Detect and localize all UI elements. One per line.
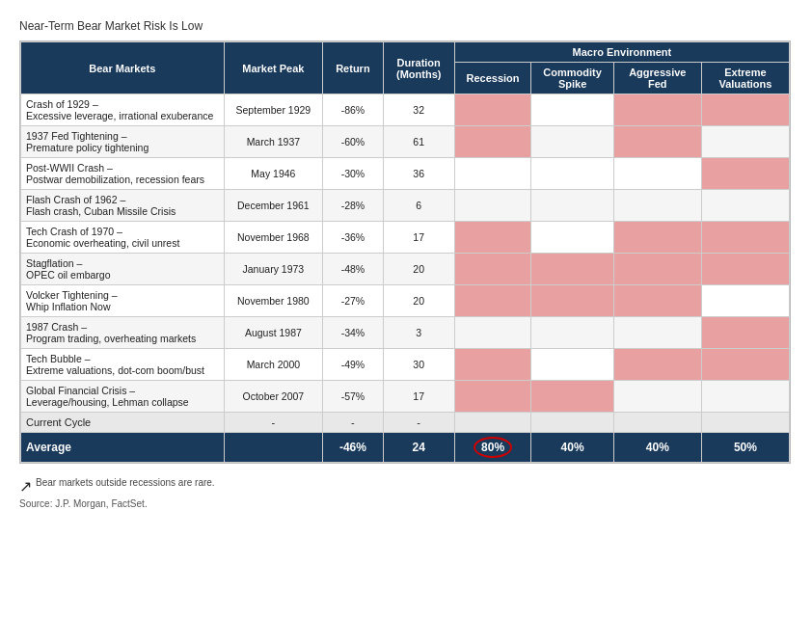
- footnote-text: Bear markets outside recessions are rare…: [36, 477, 215, 488]
- cell-extreme: [701, 285, 789, 317]
- cell-extreme: [701, 349, 789, 381]
- cell-commodity: [531, 285, 613, 317]
- col-header-return: Return: [323, 42, 384, 94]
- cell-return: -57%: [323, 381, 384, 413]
- cell-return: -49%: [323, 349, 384, 381]
- cell-duration: 36: [383, 158, 454, 190]
- cell-bear-market: Flash Crash of 1962 – Flash crash, Cuban…: [21, 190, 225, 222]
- cell-recession: [454, 381, 531, 413]
- avg-recession: 80%: [454, 433, 531, 463]
- cell-extreme: [701, 126, 789, 158]
- cell-bear-market: Crash of 1929 – Excessive leverage, irra…: [21, 94, 225, 126]
- page-title: Near-Term Bear Market Risk Is Low: [19, 19, 793, 33]
- average-row: Average-46%2480%40%40%50%: [21, 433, 790, 463]
- cell-return: -30%: [323, 158, 384, 190]
- col-header-commodity: Commodity Spike: [531, 63, 613, 94]
- cell-extreme: [701, 190, 789, 222]
- cell-commodity: [531, 381, 613, 413]
- cell-duration: 20: [383, 254, 454, 285]
- cell-recession: [454, 94, 531, 126]
- cell-recession: [454, 222, 531, 254]
- cell-fed: [613, 413, 701, 433]
- cell-recession: [454, 317, 531, 349]
- cell-peak: January 1973: [224, 254, 322, 285]
- table-row: Tech Crash of 1970 – Economic overheatin…: [21, 222, 790, 254]
- cell-extreme: [701, 94, 789, 126]
- col-header-extreme: Extreme Valuations: [701, 63, 789, 94]
- cell-fed: [613, 285, 701, 317]
- cell-return: -34%: [323, 317, 384, 349]
- cell-recession: [454, 126, 531, 158]
- cell-duration: 17: [383, 222, 454, 254]
- cell-commodity: [531, 317, 613, 349]
- cell-bear-market: Post-WWII Crash – Postwar demobilization…: [21, 158, 225, 190]
- cell-commodity: [531, 158, 613, 190]
- cell-duration: 20: [383, 285, 454, 317]
- table-body: Crash of 1929 – Excessive leverage, irra…: [21, 94, 790, 463]
- cell-bear-market: Tech Bubble – Extreme valuations, dot-co…: [21, 349, 225, 381]
- cell-extreme: [701, 381, 789, 413]
- header-row-1: Bear Markets Market Peak Return Duration…: [21, 42, 790, 63]
- cell-bear-market: Tech Crash of 1970 – Economic overheatin…: [21, 222, 225, 254]
- cell-peak: September 1929: [224, 94, 322, 126]
- cell-return: -60%: [323, 126, 384, 158]
- cell-bear-market: 1987 Crash – Program trading, overheatin…: [21, 317, 225, 349]
- cell-return: -28%: [323, 190, 384, 222]
- cell-commodity: [531, 190, 613, 222]
- col-header-fed: Aggressive Fed: [613, 63, 701, 94]
- table-row: Crash of 1929 – Excessive leverage, irra…: [21, 94, 790, 126]
- cell-commodity: [531, 94, 613, 126]
- arrow-icon: ↗: [19, 479, 32, 495]
- cell-fed: [613, 126, 701, 158]
- cell-return: -27%: [323, 285, 384, 317]
- cell-duration: 3: [383, 317, 454, 349]
- cell-peak: March 2000: [224, 349, 322, 381]
- cell-extreme: [701, 254, 789, 285]
- cell-peak: August 1987: [224, 317, 322, 349]
- col-header-duration: Duration (Months): [383, 42, 454, 94]
- table-row: Flash Crash of 1962 – Flash crash, Cuban…: [21, 190, 790, 222]
- cell-duration: 30: [383, 349, 454, 381]
- cell-peak: November 1980: [224, 285, 322, 317]
- cell-recession: [454, 413, 531, 433]
- cell-recession: [454, 158, 531, 190]
- table-row: Current Cycle---: [21, 413, 790, 433]
- table-row: 1937 Fed Tightening – Premature policy t…: [21, 126, 790, 158]
- cell-bear-market: Global Financial Crisis – Leverage/housi…: [21, 381, 225, 413]
- cell-extreme: [701, 158, 789, 190]
- avg-return: -46%: [323, 433, 384, 463]
- cell-extreme: [701, 317, 789, 349]
- col-header-market-peak: Market Peak: [224, 42, 322, 94]
- avg-commodity: 40%: [531, 433, 613, 463]
- cell-peak: December 1961: [224, 190, 322, 222]
- cell-commodity: [531, 126, 613, 158]
- cell-bear-market: 1937 Fed Tightening – Premature policy t…: [21, 126, 225, 158]
- avg-label: Average: [21, 433, 225, 463]
- cell-commodity: [531, 349, 613, 381]
- cell-fed: [613, 158, 701, 190]
- footnote-area: ↗ Bear markets outside recessions are ra…: [19, 477, 793, 509]
- source-text: Source: J.P. Morgan, FactSet.: [19, 498, 793, 509]
- cell-duration: -: [383, 413, 454, 433]
- table-row: Volcker Tightening – Whip Inflation NowN…: [21, 285, 790, 317]
- cell-fed: [613, 254, 701, 285]
- col-header-recession: Recession: [454, 63, 531, 94]
- recession-circled-value: 80%: [474, 437, 512, 458]
- cell-peak: -: [224, 413, 322, 433]
- cell-bear-market: Stagflation – OPEC oil embargo: [21, 254, 225, 285]
- cell-bear-market: Current Cycle: [21, 413, 225, 433]
- cell-duration: 6: [383, 190, 454, 222]
- cell-peak: November 1968: [224, 222, 322, 254]
- table-row: Stagflation – OPEC oil embargoJanuary 19…: [21, 254, 790, 285]
- cell-bear-market: Volcker Tightening – Whip Inflation Now: [21, 285, 225, 317]
- col-header-bear-markets: Bear Markets: [21, 42, 225, 94]
- avg-extreme: 50%: [701, 433, 789, 463]
- avg-duration: 24: [383, 433, 454, 463]
- cell-peak: October 2007: [224, 381, 322, 413]
- cell-commodity: [531, 413, 613, 433]
- table-wrapper: Bear Markets Market Peak Return Duration…: [19, 40, 791, 464]
- cell-duration: 17: [383, 381, 454, 413]
- cell-commodity: [531, 222, 613, 254]
- footnote-annotation: ↗ Bear markets outside recessions are ra…: [19, 477, 793, 495]
- cell-fed: [613, 381, 701, 413]
